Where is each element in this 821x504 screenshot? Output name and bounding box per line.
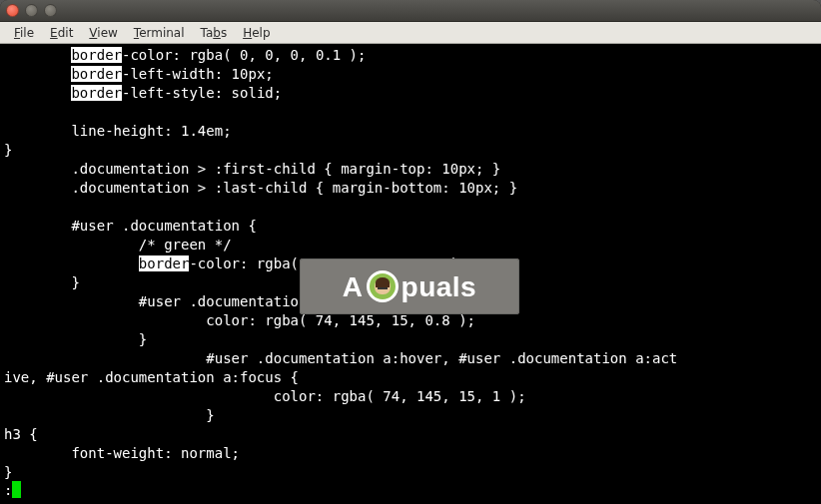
search-match: border <box>139 255 190 271</box>
menu-tabs[interactable]: Tabs <box>193 24 236 42</box>
menu-edit-label: dit <box>58 26 74 40</box>
menu-file[interactable]: File <box>6 24 42 42</box>
terminal-window: File Edit View Terminal Tabs Help border… <box>0 0 821 504</box>
vim-command-line[interactable]: : <box>4 481 21 500</box>
code-line: } <box>4 331 147 347</box>
code-line: -color: rgba( 0, 0, 0, 0.1 ); <box>122 47 366 63</box>
vim-prompt: : <box>4 482 12 498</box>
code-line: font-weight: normal; <box>4 445 240 461</box>
search-match: border <box>71 85 122 101</box>
close-icon[interactable] <box>6 4 19 17</box>
appuals-mascot-icon <box>366 269 400 303</box>
menu-tabs-label: s <box>221 26 227 40</box>
terminal-area[interactable]: border-color: rgba( 0, 0, 0, 0.1 ); bord… <box>0 44 821 504</box>
menu-help-label: elp <box>252 26 270 40</box>
menu-file-label: ile <box>20 26 34 40</box>
code-line: -left-style: solid; <box>122 85 282 101</box>
code-line: } <box>4 274 80 290</box>
code-line: } <box>4 142 12 158</box>
menu-terminal[interactable]: Terminal <box>126 24 193 42</box>
code-line: #user .documentation a { <box>4 293 341 309</box>
window-buttons <box>6 4 57 17</box>
code-line: #user .documentation a:hover, #user .doc… <box>4 350 677 366</box>
code-line: #user .documentation { <box>4 218 257 234</box>
code-line: h3 { <box>4 426 38 442</box>
code-line <box>4 47 71 63</box>
menu-help[interactable]: Help <box>235 24 278 42</box>
menu-terminal-label: erminal <box>139 26 184 40</box>
search-match: border <box>71 66 122 82</box>
code-line: color: rgba( 74, 145, 15, 1 ); <box>4 388 526 404</box>
menubar: File Edit View Terminal Tabs Help <box>0 22 821 44</box>
cursor-icon <box>12 481 21 498</box>
search-match: border <box>71 47 122 63</box>
code-line: ive, #user .documentation a:focus { <box>4 369 299 385</box>
titlebar[interactable] <box>0 0 821 22</box>
code-line: line-height: 1.4em; <box>4 123 232 139</box>
maximize-icon[interactable] <box>44 4 57 17</box>
code-line <box>4 255 139 271</box>
code-line: } <box>4 407 215 423</box>
code-line: .documentation > :last-child { margin-bo… <box>4 180 517 196</box>
menu-view-label: iew <box>97 26 118 40</box>
code-line: } <box>4 464 12 480</box>
minimize-icon[interactable] <box>25 4 38 17</box>
code-line: .documentation > :first-child { margin-t… <box>4 161 500 177</box>
watermark-logo: A puals <box>300 258 519 314</box>
code-line: /* green */ <box>4 237 232 252</box>
watermark-text: A <box>343 277 364 296</box>
menu-view[interactable]: View <box>81 24 125 42</box>
code-line <box>4 85 71 101</box>
code-line <box>4 66 71 82</box>
menu-edit[interactable]: Edit <box>42 24 81 42</box>
code-line: -left-width: 10px; <box>122 66 274 82</box>
